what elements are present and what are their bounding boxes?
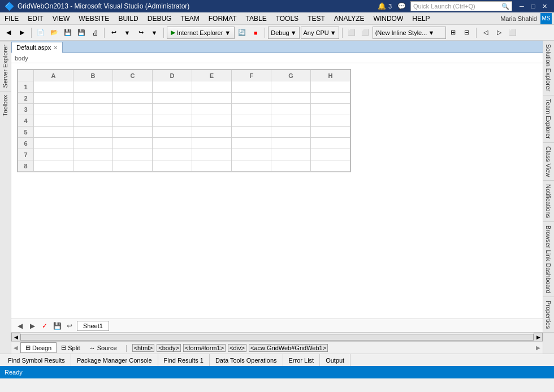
cell-2E[interactable] xyxy=(192,93,232,104)
undo-button[interactable]: ↩ xyxy=(107,27,120,39)
cell-8C[interactable] xyxy=(113,160,153,172)
source-button[interactable]: ↔ Source xyxy=(85,343,122,352)
cell-5B[interactable] xyxy=(73,127,113,138)
chat-icon[interactable]: 💬 xyxy=(397,2,406,10)
scroll-right-design[interactable]: ▶ xyxy=(536,345,540,351)
refresh-button[interactable]: 🔄 xyxy=(236,27,248,39)
close-button[interactable]: ✕ xyxy=(539,2,549,11)
grid-editor[interactable]: A B C D E F G H 12345678 xyxy=(11,63,543,319)
cell-5H[interactable] xyxy=(311,127,350,138)
cell-7D[interactable] xyxy=(153,149,192,160)
bottom-tab-data-tools[interactable]: Data Tools Operations xyxy=(210,354,283,366)
breadcrumb-path-item-1[interactable]: <body> xyxy=(157,344,181,352)
cell-2G[interactable] xyxy=(271,93,311,104)
menu-team[interactable]: TEAM xyxy=(176,12,204,24)
cell-7C[interactable] xyxy=(113,149,153,160)
notification-icon[interactable]: 🔔 xyxy=(378,2,386,10)
sidebar-solution-explorer[interactable]: Solution Explorer xyxy=(543,41,554,95)
cell-7G[interactable] xyxy=(271,149,311,160)
sidebar-properties[interactable]: Properties xyxy=(543,297,554,333)
toolbar-btn-e[interactable]: ◁ xyxy=(479,27,492,39)
bottom-tab-error-list[interactable]: Error List xyxy=(283,354,321,366)
save-button[interactable]: 💾 xyxy=(62,27,74,39)
cell-6C[interactable] xyxy=(113,138,153,149)
bottom-tab-output[interactable]: Output xyxy=(320,354,350,366)
menu-window[interactable]: WINDOW xyxy=(369,12,408,24)
design-button[interactable]: ⊞ Design xyxy=(20,342,57,353)
cell-5G[interactable] xyxy=(271,127,311,138)
scroll-left-design[interactable]: ◀ xyxy=(14,345,18,351)
prev-sheet-button[interactable]: ◀ xyxy=(15,321,25,331)
breadcrumb-path-item-2[interactable]: <form#form1> xyxy=(183,344,226,352)
forward-button[interactable]: ▶ xyxy=(16,27,28,39)
menu-tools[interactable]: TOOLS xyxy=(271,12,303,24)
cell-8D[interactable] xyxy=(153,160,192,172)
cell-7B[interactable] xyxy=(73,149,113,160)
cell-5C[interactable] xyxy=(113,127,153,138)
toolbar-btn-g[interactable]: ⬜ xyxy=(507,27,519,39)
menu-file[interactable]: FILE xyxy=(0,12,23,24)
cell-5E[interactable] xyxy=(192,127,232,138)
cell-2C[interactable] xyxy=(113,93,153,104)
breadcrumb-path-item-4[interactable]: <acw:GridWeb#GridWeb1> xyxy=(249,344,328,352)
sidebar-browser-link[interactable]: Browser Link Dashboard xyxy=(543,222,554,297)
cell-3H[interactable] xyxy=(311,104,350,115)
toolbar-btn-c[interactable]: ⊞ xyxy=(447,27,460,39)
cell-7A[interactable] xyxy=(34,149,73,160)
back-button[interactable]: ◀ xyxy=(2,27,15,39)
tab-default-aspx[interactable]: Default.aspx ✕ xyxy=(11,42,63,53)
sidebar-notifications[interactable]: Notifications xyxy=(543,181,554,222)
sidebar-team-explorer[interactable]: Team Explorer xyxy=(543,95,554,143)
sidebar-toolbox[interactable]: Toolbox xyxy=(0,91,11,120)
cell-7E[interactable] xyxy=(192,149,232,160)
sidebar-class-view[interactable]: Class View xyxy=(543,143,554,181)
cell-4A[interactable] xyxy=(34,115,73,127)
cell-8B[interactable] xyxy=(73,160,113,172)
cell-8A[interactable] xyxy=(34,160,73,172)
cell-3A[interactable] xyxy=(34,104,73,115)
cell-3D[interactable] xyxy=(153,104,192,115)
menu-test[interactable]: TEST xyxy=(303,12,330,24)
redo-dropdown[interactable]: ▼ xyxy=(148,27,161,39)
menu-format[interactable]: FORMAT xyxy=(204,12,241,24)
cell-4H[interactable] xyxy=(311,115,350,127)
stop-button[interactable]: ■ xyxy=(249,27,262,39)
cell-5F[interactable] xyxy=(232,127,271,138)
cell-1H[interactable] xyxy=(311,81,350,93)
next-sheet-button[interactable]: ▶ xyxy=(27,321,37,331)
cell-6H[interactable] xyxy=(311,138,350,149)
breadcrumb-path-item-0[interactable]: <html> xyxy=(132,344,155,352)
breadcrumb-path-item-3[interactable]: <div> xyxy=(228,344,246,352)
cell-6F[interactable] xyxy=(232,138,271,149)
toolbar-btn-b[interactable]: ⬜ xyxy=(359,27,371,39)
cell-8F[interactable] xyxy=(232,160,271,172)
menu-website[interactable]: WEBSITE xyxy=(74,12,114,24)
menu-analyze[interactable]: ANALYZE xyxy=(330,12,369,24)
cell-3E[interactable] xyxy=(192,104,232,115)
cell-8E[interactable] xyxy=(192,160,232,172)
menu-edit[interactable]: EDIT xyxy=(23,12,47,24)
split-button[interactable]: ⊟ Split xyxy=(57,343,84,352)
bottom-tab-find-symbol[interactable]: Find Symbol Results xyxy=(2,354,71,366)
cell-6A[interactable] xyxy=(34,138,73,149)
cell-1B[interactable] xyxy=(73,81,113,93)
cell-5A[interactable] xyxy=(34,127,73,138)
open-button[interactable]: 📂 xyxy=(48,27,60,39)
bottom-tab-find-results[interactable]: Find Results 1 xyxy=(158,354,210,366)
cell-7H[interactable] xyxy=(311,149,350,160)
cell-3F[interactable] xyxy=(232,104,271,115)
cell-6E[interactable] xyxy=(192,138,232,149)
print-button[interactable]: 🖨 xyxy=(89,27,101,39)
scroll-left[interactable]: ◀ xyxy=(11,333,20,342)
user-avatar[interactable]: MS xyxy=(540,13,552,24)
cell-4F[interactable] xyxy=(232,115,271,127)
cell-6G[interactable] xyxy=(271,138,311,149)
cell-8G[interactable] xyxy=(271,160,311,172)
cell-3C[interactable] xyxy=(113,104,153,115)
undo-dropdown[interactable]: ▼ xyxy=(121,27,133,39)
menu-debug[interactable]: DEBUG xyxy=(143,12,176,24)
toolbar-btn-a[interactable]: ⬜ xyxy=(345,27,358,39)
cell-6D[interactable] xyxy=(153,138,192,149)
menu-build[interactable]: BUILD xyxy=(114,12,142,24)
run-button[interactable]: ▶ Internet Explorer ▼ xyxy=(167,27,235,39)
